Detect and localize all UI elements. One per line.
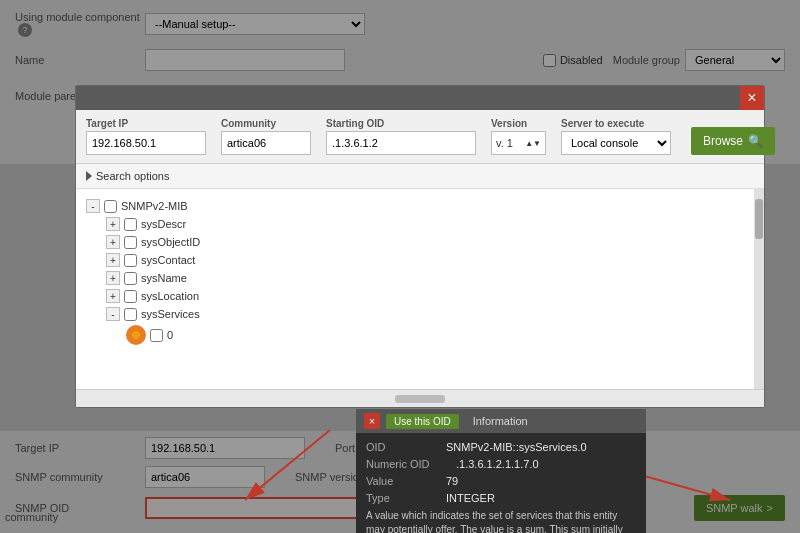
tree-item-sysServices-0[interactable]: 0 (126, 323, 754, 347)
tree-item-sysServices[interactable]: - sysServices (106, 305, 754, 323)
info-numeric-oid-row: Numeric OID .1.3.6.1.2.1.1.7.0 (366, 458, 636, 470)
tree-expand-sysLocation[interactable]: + (106, 289, 120, 303)
tree-item-sysContact[interactable]: + sysContact (106, 251, 754, 269)
version-field: Version v. 1 ▲▼ (491, 118, 546, 155)
tree-label-sysLocation: sysLocation (141, 290, 199, 302)
info-title: Information (473, 415, 528, 427)
browse-label: Browse (703, 134, 743, 148)
tree-check-sysDescr[interactable] (124, 218, 137, 231)
starting-oid-label: Starting OID (326, 118, 476, 129)
tree-expand-sysName[interactable]: + (106, 271, 120, 285)
target-ip-field: Target IP (86, 118, 206, 155)
info-value-label: Value (366, 475, 446, 487)
search-options-label: Search options (96, 170, 169, 182)
community-label: Community (221, 118, 311, 129)
target-ip-label: Target IP (86, 118, 206, 129)
browse-search-icon: 🔍 (748, 134, 763, 148)
tree-children: + sysDescr + sysObjectID + sysContact (106, 215, 754, 347)
search-options-bar: Search options (76, 164, 764, 189)
tree-label-0: 0 (167, 329, 173, 341)
tree-children-sysServices: 0 (126, 323, 754, 347)
tree-label-sysContact: sysContact (141, 254, 195, 266)
modal-toolbar: Target IP Community Starting OID Version… (76, 110, 764, 164)
scroll-thumb-h[interactable] (395, 395, 445, 403)
target-ip-input[interactable] (86, 131, 206, 155)
use-oid-button[interactable]: Use this OID (386, 414, 459, 429)
tree-label-sysObjectID: sysObjectID (141, 236, 200, 248)
info-close-button[interactable]: × (364, 413, 380, 429)
tree-item-sysObjectID[interactable]: + sysObjectID (106, 233, 754, 251)
orange-pin-inner (132, 331, 140, 339)
server-select[interactable]: Local console (561, 131, 671, 155)
info-popup: × Use this OID Information OID SNMPv2-MI… (356, 409, 646, 533)
info-description: A value which indicates the set of servi… (366, 509, 636, 533)
tree-root-label: SNMPv2-MIB (121, 200, 188, 212)
modal-close-button[interactable]: × (740, 86, 764, 110)
server-label: Server to execute (561, 118, 671, 129)
tree-item-sysLocation[interactable]: + sysLocation (106, 287, 754, 305)
info-type-label: Type (366, 492, 446, 504)
tree-item-sysName[interactable]: + sysName (106, 269, 754, 287)
tree-check-0[interactable] (150, 329, 163, 342)
info-value-row: Value 79 (366, 475, 636, 487)
info-oid-value: SNMPv2-MIB::sysServices.0 (446, 441, 587, 453)
tree-area: - SNMPv2-MIB + sysDescr + sysObjectID (76, 189, 764, 389)
tree-expand-sysContact[interactable]: + (106, 253, 120, 267)
info-type-value: INTEGER (446, 492, 495, 504)
browse-button[interactable]: Browse 🔍 (691, 127, 775, 155)
info-oid-label: OID (366, 441, 446, 453)
tree-expand-sysServices[interactable]: - (106, 307, 120, 321)
info-popup-header: × Use this OID Information (356, 409, 646, 433)
community-field: Community (221, 118, 311, 155)
starting-oid-field: Starting OID (326, 118, 476, 155)
modal-scrollbar-thumb[interactable] (755, 199, 763, 239)
snmp-modal: × Target IP Community Starting OID Versi… (75, 85, 765, 408)
info-oid-row: OID SNMPv2-MIB::sysServices.0 (366, 441, 636, 453)
tree-check-sysLocation[interactable] (124, 290, 137, 303)
starting-oid-input[interactable] (326, 131, 476, 155)
tree-check-sysObjectID[interactable] (124, 236, 137, 249)
info-numeric-oid-label: Numeric OID (366, 458, 456, 470)
version-spinner[interactable]: v. 1 ▲▼ (491, 131, 546, 155)
modal-header: × (76, 86, 764, 110)
tree-root-expand[interactable]: - (86, 199, 100, 213)
info-type-row: Type INTEGER (366, 492, 636, 504)
tree-check-sysServices[interactable] (124, 308, 137, 321)
tree-expand-sysDescr[interactable]: + (106, 217, 120, 231)
tree-label-sysName: sysName (141, 272, 187, 284)
scroll-indicator (76, 389, 764, 407)
tree-expand-sysObjectID[interactable]: + (106, 235, 120, 249)
tree-check-sysName[interactable] (124, 272, 137, 285)
tree-item-sysDescr[interactable]: + sysDescr (106, 215, 754, 233)
community-input[interactable] (221, 131, 311, 155)
version-label: Version (491, 118, 546, 129)
tree-root-item[interactable]: - SNMPv2-MIB (86, 197, 754, 215)
server-field: Server to execute Local console (561, 118, 671, 155)
tree-label-sysDescr: sysDescr (141, 218, 186, 230)
search-options-arrow (86, 171, 92, 181)
orange-pin (126, 325, 146, 345)
tree-root-check[interactable] (104, 200, 117, 213)
tree-check-sysContact[interactable] (124, 254, 137, 267)
tree-label-sysServices: sysServices (141, 308, 200, 320)
search-options-toggle[interactable]: Search options (86, 170, 754, 182)
modal-scrollbar[interactable] (754, 189, 764, 389)
tree-area-wrap: - SNMPv2-MIB + sysDescr + sysObjectID (76, 189, 764, 389)
version-value: v. 1 (496, 137, 513, 149)
info-numeric-oid-value: .1.3.6.1.2.1.1.7.0 (456, 458, 539, 470)
version-arrows: ▲▼ (525, 139, 541, 148)
info-value-value: 79 (446, 475, 458, 487)
info-body: OID SNMPv2-MIB::sysServices.0 Numeric OI… (356, 433, 646, 533)
